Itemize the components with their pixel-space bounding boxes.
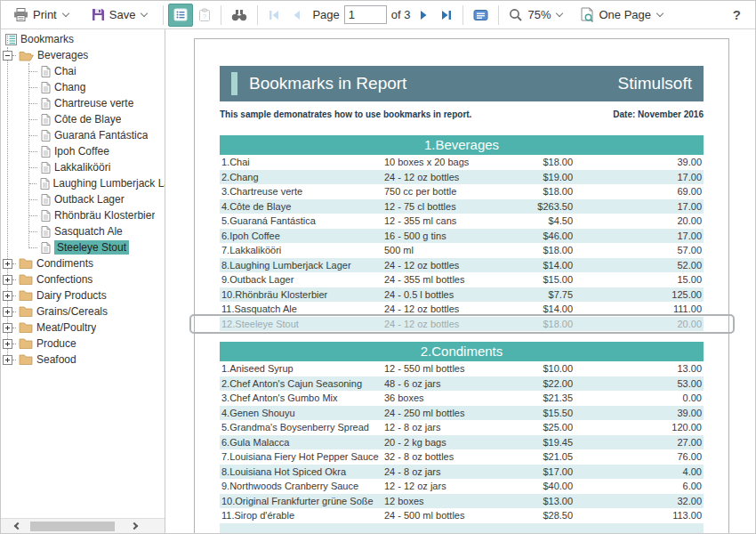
expand-plus-icon[interactable]: [3, 291, 12, 301]
units-in-stock-cell: 6.00: [573, 481, 704, 491]
expand-plus-icon[interactable]: [3, 259, 12, 269]
tree-item[interactable]: Confections: [1, 271, 165, 287]
zoom-dropdown[interactable]: 75%: [503, 4, 567, 27]
product-name-cell: 7.Louisiana Fiery Hot Pepper Sauce: [220, 451, 384, 462]
quantity-cell: 32 - 8 oz bottles: [384, 451, 505, 462]
product-name-cell: 2.Chang: [220, 172, 384, 182]
tree-connector: [12, 55, 16, 56]
document-icon: [41, 130, 51, 142]
last-page-button[interactable]: [435, 4, 458, 27]
find-button[interactable]: [226, 4, 253, 27]
tree-item[interactable]: Seafood: [1, 352, 165, 368]
unit-price-cell: $19.45: [505, 437, 573, 448]
expand-plus-icon[interactable]: [3, 355, 12, 365]
unit-price-cell: $18.00: [505, 319, 573, 329]
scroll-right-button[interactable]: [125, 519, 145, 533]
quantity-cell: 24 - 355 ml bottles: [384, 274, 505, 285]
save-button[interactable]: Save: [86, 4, 153, 27]
view-mode-dropdown[interactable]: One Page: [575, 4, 668, 27]
table-row: 3.Chef Anton's Gumbo Mix36 boxes$21.350.…: [220, 391, 704, 406]
first-page-button[interactable]: [262, 4, 286, 27]
tree-item[interactable]: Chang: [1, 79, 165, 95]
tree-item[interactable]: Chai: [1, 63, 165, 79]
previous-page-button[interactable]: [286, 4, 307, 27]
tree-connector: [29, 135, 37, 136]
product-name-cell: 6.Ipoh Coffee: [220, 231, 384, 241]
quantity-cell: 10 boxes x 20 bags: [384, 157, 505, 167]
product-name-cell: 10.Original Frankfurter grüne Soße: [220, 496, 384, 506]
tree-item[interactable]: Chartreuse verte: [1, 95, 165, 111]
expand-plus-icon[interactable]: [3, 339, 12, 349]
tree-item-label: Bookmarks: [20, 33, 74, 45]
expand-plus-icon[interactable]: [3, 323, 12, 333]
table-row: 1.Chai10 boxes x 20 bags$18.0039.00: [220, 155, 704, 170]
tree-item-label: Ipoh Coffee: [54, 145, 109, 158]
quantity-cell: 24 - 12 oz bottles: [384, 303, 505, 314]
tree-item[interactable]: Outback Lager: [1, 191, 165, 207]
tree-item[interactable]: Grains/Cereals: [1, 303, 165, 320]
tree-item-label: Steeleye Stout: [54, 240, 129, 255]
tree-item-bookmarks-root[interactable]: Bookmarks: [1, 31, 165, 47]
tree-item[interactable]: Dairy Products: [1, 287, 165, 303]
next-page-button[interactable]: [414, 4, 435, 27]
scroll-left-button[interactable]: [6, 519, 26, 533]
units-in-stock-cell: 0.00: [573, 392, 704, 403]
table-row: 7.Lakkalikööri500 ml$18.0057.00: [220, 243, 704, 258]
product-name-cell: 5.Guaraná Fantástica: [220, 215, 384, 226]
unit-price-cell: $4.50: [505, 215, 573, 226]
folder-open-icon: [19, 50, 34, 61]
quantity-cell: 16 - 500 g tins: [384, 231, 505, 241]
tree-item[interactable]: Lakkalikööri: [1, 159, 165, 175]
chevron-down-icon: [141, 9, 148, 16]
parameters-button[interactable]: ?: [193, 4, 216, 27]
tree-item[interactable]: Produce: [1, 336, 165, 352]
page-number-input[interactable]: [344, 5, 387, 24]
tree-connector: [29, 151, 37, 152]
tree-item[interactable]: Beverages: [1, 47, 165, 63]
unit-price-cell: $25.00: [505, 422, 573, 433]
expand-plus-icon[interactable]: [3, 275, 12, 285]
toolbar-separator: [498, 5, 499, 25]
help-button[interactable]: ?: [726, 7, 748, 22]
print-button[interactable]: Print: [8, 4, 74, 27]
tree-item[interactable]: Guaraná Fantástica: [1, 127, 165, 143]
product-name-cell: 1.Aniseed Syrup: [220, 363, 384, 374]
table-row: 10.Original Frankfurter grüne Soße12 box…: [220, 494, 704, 509]
tree-item[interactable]: Meat/Poultry: [1, 320, 165, 336]
tree-item[interactable]: Rhönbräu Klosterbier: [1, 207, 165, 223]
full-screen-button[interactable]: [468, 4, 494, 27]
unit-price-cell: $22.00: [505, 378, 573, 389]
bookmarks-panel-toggle[interactable]: [168, 4, 193, 27]
tree-item[interactable]: Côte de Blaye: [1, 111, 165, 127]
table-row: 9.Outback Lager24 - 355 ml bottles$15.00…: [220, 272, 704, 287]
tree-item-label: Produce: [36, 337, 76, 350]
table-row: 4.Côte de Blaye12 - 75 cl bottles$263.50…: [220, 199, 704, 214]
tree-item-label: Guaraná Fantástica: [54, 129, 148, 142]
tree-item[interactable]: Laughing Lumberjack Lager: [1, 175, 165, 191]
table-row-highlighted: 12.Steeleye Stout24 - 12 oz bottles$18.0…: [220, 317, 704, 332]
table-row: 3.Chartreuse verte750 cc per bottle$18.0…: [220, 184, 704, 199]
sidebar-horizontal-scrollbar[interactable]: [1, 518, 165, 533]
chevron-down-icon: [556, 9, 563, 16]
collapse-minus-icon[interactable]: [3, 51, 12, 61]
first-page-icon: [268, 9, 280, 21]
tree-item[interactable]: Ipoh Coffee: [1, 143, 165, 159]
tree-item[interactable]: Sasquatch Ale: [1, 223, 165, 239]
product-name-cell: 2.Chef Anton's Cajun Seasoning: [220, 378, 384, 389]
tree-item[interactable]: Steeleye Stout: [1, 239, 165, 255]
tree-connector: [12, 360, 16, 360]
tree-item[interactable]: Condiments: [1, 255, 165, 271]
quantity-cell: 24 - 12 oz bottles: [384, 319, 505, 329]
expand-plus-icon[interactable]: [3, 307, 12, 317]
product-name-cell: 4.Côte de Blaye: [220, 201, 384, 212]
units-in-stock-cell: 39.00: [573, 408, 704, 418]
previous-page-icon: [291, 9, 302, 21]
quantity-cell: 12 - 550 ml bottles: [384, 363, 505, 374]
parameters-clipboard-icon: ?: [198, 8, 211, 22]
product-name-cell: 11.Sirop d'érable: [220, 510, 384, 521]
unit-price-cell: $15.00: [505, 274, 573, 285]
report-title: Bookmarks in Report: [249, 74, 406, 93]
units-in-stock-cell: 120.00: [573, 422, 704, 433]
scrollbar-thumb[interactable]: [30, 522, 115, 531]
toolbar-separator: [257, 5, 258, 25]
